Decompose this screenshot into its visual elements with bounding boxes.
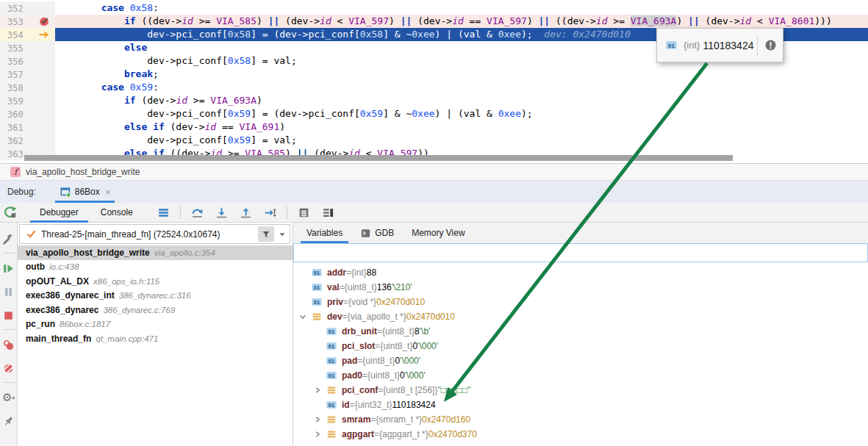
variable-type: {uint8_t} [382, 326, 415, 337]
settings-wrench-icon[interactable] [2, 233, 15, 245]
code-line-358[interactable]: 358 case 0x59: [0, 81, 868, 94]
gear-icon[interactable]: ⚙▾ [2, 392, 15, 404]
filter-button[interactable] [258, 226, 274, 242]
code-text[interactable]: case 0x59: [55, 81, 868, 94]
variable-row-dev[interactable]: dev = {via_apollo_t *} 0x2470d010 [293, 309, 868, 324]
code-line-362[interactable]: 362 dev->pci_conf[0x59] = val; [0, 134, 868, 147]
variable-row-priv[interactable]: 01priv = {void *} 0x2470d010 [293, 295, 868, 309]
tab-console[interactable]: Console [90, 203, 144, 223]
chevron-spacer [312, 341, 323, 351]
variable-name: agpgart [342, 429, 374, 439]
gutter[interactable]: 359 [0, 94, 55, 107]
debug-side-toolbar: ⚙▾ [0, 223, 18, 446]
code-text[interactable]: break; [55, 68, 868, 81]
stack-frame[interactable]: pc_run86box.c:1817 [18, 317, 293, 332]
code-line-361[interactable]: 361 else if (dev->id == VIA_691) [0, 121, 868, 134]
tab-debugger[interactable]: Debugger [29, 203, 90, 223]
rerun-icon[interactable] [4, 206, 17, 219]
execution-arrow-icon[interactable] [38, 29, 50, 40]
chevron-right-icon[interactable] [312, 385, 323, 395]
gutter[interactable]: 354 [0, 28, 55, 41]
view-breakpoints-icon[interactable] [2, 339, 15, 351]
frame-location: 86box.c:1817 [60, 320, 110, 328]
pin-icon[interactable] [2, 415, 15, 428]
tab-memory-view[interactable]: Memory View [403, 223, 473, 243]
variable-row-agpgart[interactable]: agpgart = {agpgart_t *} 0x2470d370 [293, 427, 868, 442]
gutter[interactable]: 360 [0, 107, 55, 121]
variable-value: '\000' [405, 370, 426, 381]
variable-row-id[interactable]: 01id = {uint32_t} 110183424 [293, 398, 868, 412]
thread-selector[interactable]: Thread-25-[main_thread_fn] (72524.0x1067… [19, 224, 290, 244]
gutter[interactable]: 361 [0, 121, 55, 134]
stack-frame[interactable]: opOUT_AL_DXx86_ops_io.h:115 [18, 274, 293, 289]
code-line-360[interactable]: 360 dev->pci_conf[0x59] = (dev->pci_conf… [0, 107, 868, 121]
chevron-down-icon[interactable] [277, 229, 287, 240]
close-icon[interactable]: × [105, 187, 111, 198]
variable-row-pad0[interactable]: 01pad0 = {uint8_t} 0 '\000' [293, 368, 868, 383]
info-icon[interactable] [764, 39, 777, 51]
variable-row-addr[interactable]: 01addr = {int} 88 [293, 265, 868, 280]
horizontal-scrollbar[interactable] [24, 155, 733, 161]
code-line-352[interactable]: 352 case 0x58: [0, 1, 868, 15]
step-out-icon[interactable] [240, 206, 252, 219]
evaluate-expression-icon[interactable] [298, 206, 310, 219]
chevron-right-icon[interactable] [312, 414, 323, 425]
code-text[interactable]: if ((dev->id >= VIA_585) || (dev->id < V… [55, 15, 868, 28]
session-tab-86box[interactable]: 86Box × [55, 181, 115, 203]
variable-row-pci_conf[interactable]: pci_conf = {uint8_t [256]} "□□□□□" [293, 383, 868, 398]
svg-text:01: 01 [314, 284, 320, 291]
stack-frame[interactable]: exec386_dynarec_int386_dynarec.c:316 [18, 289, 293, 303]
chevron-right-icon[interactable] [312, 429, 323, 439]
run-to-cursor-icon[interactable] [264, 206, 276, 219]
gutter[interactable]: 362 [0, 134, 55, 147]
variable-row-pad[interactable]: 01pad = {uint8_t} 0 '\000' [293, 353, 868, 368]
gutter[interactable]: 355 [0, 41, 55, 54]
stack-frame[interactable]: via_apollo_host_bridge_writevia_apollo.c… [18, 245, 293, 260]
debug-label: Debug: [7, 187, 36, 197]
code-line-359[interactable]: 359 if (dev->id >= VIA_693A) [0, 94, 868, 107]
stack-frame[interactable]: outbio.c:438 [18, 260, 293, 275]
tab-variables[interactable]: Variables [298, 223, 351, 243]
step-over-icon[interactable] [191, 206, 204, 219]
stack-frame[interactable]: main_thread_fnqt_main.cpp:471 [18, 331, 293, 346]
pause-icon[interactable] [2, 286, 15, 298]
code-text[interactable]: dev->pci_conf[0x59] = (dev->pci_conf[0x5… [55, 107, 868, 121]
variable-row-smram[interactable]: smram = {smram_t *} 0x2470d160 [293, 412, 868, 427]
variable-row-drb_unit[interactable]: 01drb_unit = {uint8_t} 8 '\b' [293, 324, 868, 339]
code-text[interactable]: if (dev->id >= VIA_693A) [55, 94, 868, 107]
gutter[interactable]: 352 [0, 1, 55, 15]
step-into-icon[interactable] [215, 206, 228, 219]
gutter[interactable]: 356 [0, 54, 55, 68]
code-line-357[interactable]: 357 break; [0, 68, 868, 81]
breakpoint-icon[interactable] [38, 15, 50, 27]
code-editor[interactable]: 352 case 0x58:353 if ((dev->id >= VIA_58… [0, 0, 868, 163]
variable-value: 0x2470d160 [422, 414, 470, 425]
code-text[interactable]: dev->pci_conf[0x59] = val; [55, 134, 868, 147]
gutter[interactable]: 357 [0, 68, 55, 81]
stack-frame[interactable]: exec386_dynarec386_dynarec.c:769 [18, 303, 293, 317]
layout-icon[interactable] [322, 206, 334, 219]
chevron-expanded-icon[interactable] [298, 312, 308, 322]
stop-icon[interactable] [2, 309, 15, 322]
strip-separator [3, 253, 15, 253]
tooltip-value: 110183424 [703, 40, 753, 51]
line-number: 357 [7, 68, 24, 82]
variable-type: {via_apollo_t *} [348, 312, 406, 322]
tab-gdb[interactable]: GDB [351, 223, 403, 243]
chevron-spacer [312, 326, 323, 337]
code-text[interactable]: case 0x58: [55, 1, 868, 15]
code-line-353[interactable]: 353 if ((dev->id >= VIA_585) || (dev->id… [0, 15, 868, 28]
variable-row-val[interactable]: 01val = {uint8_t} 136 '\210' [293, 280, 868, 295]
watch-input[interactable] [293, 243, 868, 262]
show-execution-point-icon[interactable] [157, 206, 170, 219]
variable-type: {uint8_t} [367, 370, 400, 381]
gutter[interactable]: 353 [0, 15, 55, 28]
svg-text:01: 01 [668, 43, 675, 49]
variable-row-pci_slot[interactable]: 01pci_slot = {uint8_t} 0 '\000' [293, 339, 868, 353]
resume-icon[interactable] [2, 262, 15, 275]
mute-breakpoints-icon[interactable] [2, 362, 15, 375]
breadcrumb-function[interactable]: via_apollo_host_bridge_write [26, 167, 140, 177]
variable-name: drb_unit [342, 326, 377, 337]
gutter[interactable]: 358 [0, 81, 55, 94]
code-text[interactable]: else if (dev->id == VIA_691) [55, 121, 868, 134]
